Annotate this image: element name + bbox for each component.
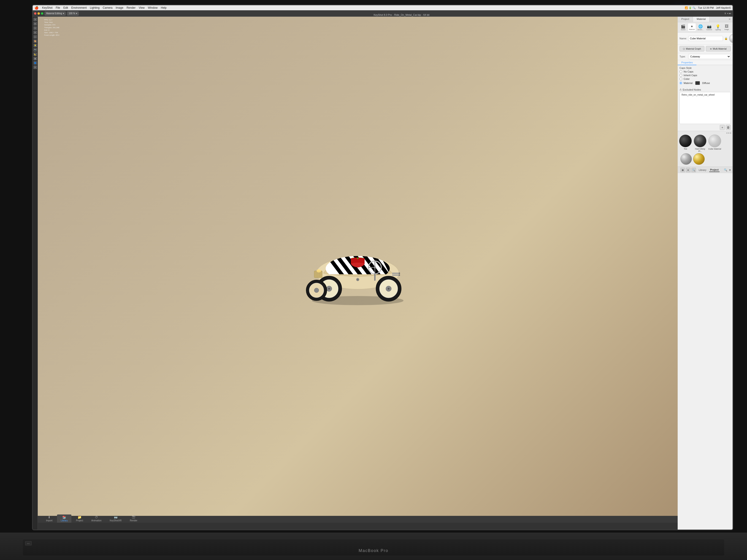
mode-dropdown[interactable]: Material Editing ▾ bbox=[45, 11, 66, 16]
laptop-shell: 🍎 KeyShot File Edit Environment Lighting… bbox=[0, 0, 293, 220]
sidebar-icon-4[interactable]: ⊕ bbox=[33, 31, 37, 34]
traffic-lights bbox=[34, 12, 43, 15]
menu-render[interactable]: Render bbox=[127, 6, 135, 9]
zoom-dropdown[interactable]: 100 % ▾ bbox=[67, 11, 79, 16]
sidebar-icon-6[interactable]: 🎨 bbox=[33, 39, 37, 43]
menu-bar: 🍎 KeyShot File Edit Environment Lighting… bbox=[33, 5, 293, 10]
fullscreen-button[interactable] bbox=[41, 12, 43, 15]
menu-camera[interactable]: Camera bbox=[103, 6, 112, 9]
menu-keyshot[interactable]: KeyShot bbox=[42, 6, 52, 9]
menu-help[interactable]: Help bbox=[161, 6, 166, 9]
sidebar-icon-10[interactable]: ▣ bbox=[33, 57, 37, 60]
menu-lighting[interactable]: Lighting bbox=[90, 6, 100, 9]
sidebar-icon-9[interactable]: 📐 bbox=[33, 52, 37, 56]
sidebar-icon-3[interactable]: ⟲ bbox=[33, 26, 37, 30]
screen-bezel: 🍎 KeyShot File Edit Environment Lighting… bbox=[32, 5, 293, 220]
viewport[interactable]: FPS: 11.7 Time: 0ms Samples: 374 Triangl… bbox=[38, 17, 293, 220]
menu-file[interactable]: File bbox=[56, 6, 60, 9]
main-area: 🖱 ✥ ⟲ ⊕ ◻ 🎨 💡 📷 📐 ▣ 🔵 ⚙ bbox=[33, 17, 293, 220]
menu-edit[interactable]: Edit bbox=[63, 6, 68, 9]
sidebar-icon-11[interactable]: 🔵 bbox=[33, 61, 37, 65]
sidebar-icon-2[interactable]: ✥ bbox=[33, 22, 37, 26]
left-sidebar: 🖱 ✥ ⟲ ⊕ ◻ 🎨 💡 📷 📐 ▣ 🔵 ⚙ bbox=[33, 17, 38, 220]
menu-environment[interactable]: Environment bbox=[71, 6, 86, 9]
menu-view[interactable]: View bbox=[139, 6, 145, 9]
menu-image[interactable]: Image bbox=[116, 6, 123, 9]
3d-car-scene bbox=[38, 17, 293, 220]
sidebar-icon-12[interactable]: ⚙ bbox=[33, 65, 37, 69]
menu-window[interactable]: Window bbox=[148, 6, 158, 9]
app-toolbar: Material Editing ▾ 100 % ▾ KeyShot 8.0 P… bbox=[33, 10, 293, 17]
macos-window: 🍎 KeyShot File Edit Environment Lighting… bbox=[33, 5, 293, 220]
apple-menu[interactable]: 🍎 bbox=[34, 6, 38, 9]
minimize-button[interactable] bbox=[37, 12, 40, 15]
sidebar-icon-8[interactable]: 📷 bbox=[33, 48, 37, 52]
sidebar-icon-5[interactable]: ◻ bbox=[33, 35, 37, 39]
sidebar-icon-1[interactable]: 🖱 bbox=[33, 18, 37, 21]
menu-items: KeyShot File Edit Environment Lighting C… bbox=[42, 6, 166, 9]
sidebar-icon-7[interactable]: 💡 bbox=[33, 44, 37, 47]
close-button[interactable] bbox=[34, 12, 36, 15]
